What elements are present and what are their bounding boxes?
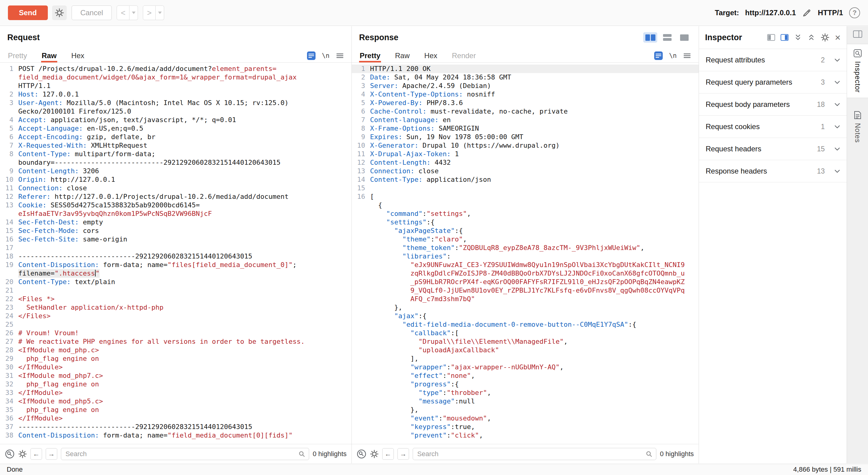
code-line[interactable]: zqRlkgDdlcFWZoISJP8-ZM40dBBQoOrbX7DYsLJ2…: [352, 269, 699, 278]
cancel-button[interactable]: Cancel: [71, 5, 112, 20]
code-line[interactable]: 10Origin: http://127.0.0.1: [0, 176, 351, 184]
http-version-selector[interactable]: HTTP/1: [818, 8, 843, 17]
expand-all-button[interactable]: [794, 33, 802, 41]
code-line[interactable]: "wrapper":"ajax-wrapper--nUGbUMnY-AQ",: [352, 363, 699, 372]
inspector-settings-button[interactable]: [821, 33, 829, 42]
code-line[interactable]: 2Date: Sat, 04 May 2024 18:36:58 GMT: [352, 73, 699, 82]
code-line[interactable]: "ajaxPageState":{: [352, 226, 699, 235]
code-line[interactable]: _pS9HLbR7ROcrPX4f-eqKGrOQ00FAFYFsR7IFZL9…: [352, 278, 699, 286]
layout-columns-button[interactable]: [643, 32, 657, 43]
code-line[interactable]: 14Content-Type: application/json: [352, 176, 699, 184]
code-line[interactable]: HTTP/1.1: [0, 82, 351, 90]
code-line[interactable]: 27# We reactivate PHP engines for all ve…: [0, 337, 351, 346]
tab-pretty[interactable]: Pretty: [7, 49, 28, 62]
send-settings-button[interactable]: [52, 5, 67, 20]
inspector-section-request-attributes[interactable]: Request attributes2: [699, 49, 847, 71]
search-settings-button[interactable]: [18, 450, 27, 458]
tab-hex[interactable]: Hex: [424, 49, 438, 62]
code-line[interactable]: "type":"throbber",: [352, 388, 699, 397]
code-line[interactable]: "libraries":: [352, 252, 699, 261]
code-line[interactable]: },: [352, 406, 699, 414]
inspector-close-button[interactable]: ×: [835, 33, 841, 42]
tab-raw[interactable]: Raw: [394, 49, 410, 62]
code-line[interactable]: "prevent":"click",: [352, 431, 699, 440]
code-line[interactable]: 23 SetHandler application/x-httpd-php: [0, 303, 351, 312]
search-next-button[interactable]: →: [46, 448, 57, 460]
inspector-section-response-headers[interactable]: Response headers13: [699, 160, 847, 182]
forward-dropdown-button[interactable]: [156, 5, 164, 20]
layout-single-button[interactable]: [677, 32, 691, 43]
inspector-section-request-headers[interactable]: Request headers15: [699, 138, 847, 160]
search-next-button[interactable]: →: [398, 448, 409, 460]
code-line[interactable]: 12Referer: http://127.0.0.1/Projects/dru…: [0, 192, 351, 201]
code-line[interactable]: field_media_document/widget/0&ajax_form=…: [0, 73, 351, 82]
code-line[interactable]: 7Content-language: en: [352, 116, 699, 124]
code-line[interactable]: "uploadAjaxCallback": [352, 346, 699, 354]
tab-pretty[interactable]: Pretty: [359, 49, 381, 62]
code-line[interactable]: 3Server: Apache/2.4.59 (Debian): [352, 82, 699, 90]
dock-right-button[interactable]: [781, 34, 788, 41]
search-options-button[interactable]: [5, 449, 14, 459]
code-line[interactable]: 11X-Drupal-Ajax-Token: 1: [352, 150, 699, 158]
code-line[interactable]: 10X-Generator: Drupal 10 (https://www.dr…: [352, 141, 699, 150]
back-dropdown-button[interactable]: [129, 5, 138, 20]
code-line[interactable]: "theme":"claro",: [352, 235, 699, 244]
code-line[interactable]: 5Accept-Language: en-US,en;q=0.5: [0, 124, 351, 133]
code-line[interactable]: 28<IfModule mod_php.c>: [0, 346, 351, 354]
forward-button[interactable]: >: [143, 5, 156, 20]
code-line[interactable]: 35 php_flag engine on: [0, 406, 351, 414]
inspector-section-request-body-parameters[interactable]: Request body parameters18: [699, 93, 847, 116]
word-wrap-toggle[interactable]: [654, 51, 663, 60]
editor-menu-button[interactable]: [336, 52, 344, 60]
code-line[interactable]: 1HTTP/1.1 200 OK: [352, 65, 699, 73]
search-previous-button[interactable]: ←: [382, 448, 394, 460]
code-line[interactable]: {: [352, 201, 699, 210]
code-line[interactable]: "command":"settings",: [352, 210, 699, 218]
code-line[interactable]: 9Content-Length: 3206: [0, 167, 351, 176]
code-line[interactable]: 8X-Frame-Options: SAMEORIGIN: [352, 124, 699, 133]
code-line[interactable]: 29 php_flag engine on: [0, 354, 351, 363]
code-line[interactable]: 15Sec-Fetch-Mode: cors: [0, 226, 351, 235]
code-line[interactable]: AFQ_c7md3shm7bQ": [352, 295, 699, 303]
side-tab-inspector[interactable]: Inspector: [847, 44, 868, 98]
code-line[interactable]: 9Expires: Sun, 19 Nov 1978 05:00:00 GMT: [352, 133, 699, 141]
code-line[interactable]: 24</Files>: [0, 312, 351, 320]
code-line[interactable]: filename=".htaccess": [0, 269, 351, 278]
code-line[interactable]: 14Sec-Fetch-Dest: empty: [0, 218, 351, 226]
request-editor[interactable]: 1POST /Projects/drupal-10.2.6/media/add/…: [0, 63, 351, 444]
code-line[interactable]: 7X-Requested-With: XMLHttpRequest: [0, 141, 351, 150]
code-line[interactable]: 17: [0, 244, 351, 252]
response-viewer[interactable]: 1HTTP/1.1 200 OK2Date: Sat, 04 May 2024 …: [352, 63, 699, 444]
code-line[interactable]: 16Sec-Fetch-Site: same-origin: [0, 235, 351, 244]
search-settings-button[interactable]: [370, 450, 378, 458]
search-input[interactable]: [413, 448, 656, 460]
code-line[interactable]: 13Connection: close: [352, 167, 699, 176]
code-line[interactable]: 11Connection: close: [0, 184, 351, 192]
panel-dock-icon[interactable]: [853, 30, 862, 38]
code-line[interactable]: "settings":{: [352, 218, 699, 226]
code-line[interactable]: 31<IfModule mod_php7.c>: [0, 372, 351, 380]
collapse-all-button[interactable]: [807, 33, 815, 41]
code-line[interactable]: 5X-Powered-By: PHP/8.3.6: [352, 99, 699, 107]
show-newlines-toggle[interactable]: \n: [669, 52, 677, 59]
code-line[interactable]: "ajax":{: [352, 312, 699, 320]
send-button[interactable]: Send: [8, 5, 48, 20]
code-line[interactable]: boundary=---------------------------2921…: [0, 158, 351, 167]
code-line[interactable]: 1POST /Projects/drupal-10.2.6/media/add/…: [0, 65, 351, 73]
code-line[interactable]: 18-----------------------------292129206…: [0, 252, 351, 261]
word-wrap-toggle[interactable]: [307, 51, 316, 60]
code-line[interactable]: "effect":"none",: [352, 372, 699, 380]
code-line[interactable]: "keypress":true,: [352, 423, 699, 431]
code-line[interactable]: "eJx9UNFuwzAI_CE3-YZ9SUUIWdmw8Qyu1n19nSp…: [352, 261, 699, 269]
code-line[interactable]: 26# Vroum! Vroum!: [0, 329, 351, 337]
code-line[interactable]: },: [352, 303, 699, 312]
code-line[interactable]: 34<IfModule mod_php5.c>: [0, 397, 351, 406]
code-line[interactable]: "message":null: [352, 397, 699, 406]
help-button[interactable]: ?: [849, 7, 860, 18]
code-line[interactable]: 12Content-Length: 4432: [352, 158, 699, 167]
code-line[interactable]: 13Cookie: SESS05d4275ca1538832b5ab92000b…: [0, 201, 351, 210]
side-tab-notes[interactable]: Notes: [847, 106, 868, 148]
code-line[interactable]: "theme_token":"ZQDBULqR8_eypZ8eA78_8azcT…: [352, 244, 699, 252]
back-button[interactable]: <: [117, 5, 129, 20]
code-line[interactable]: "edit-field-media-document-0-remove-butt…: [352, 320, 699, 329]
